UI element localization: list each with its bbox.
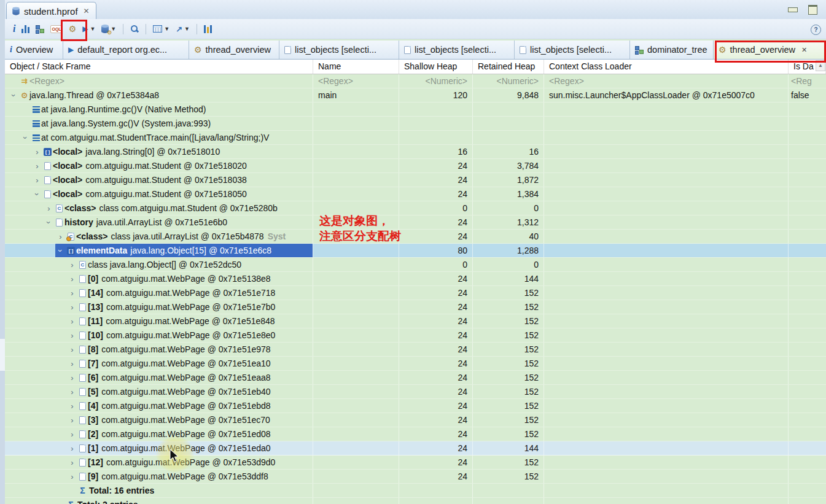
table-row[interactable]: ›[8]com.atguigu.mat.WebPage @ 0x71e51e97…	[5, 343, 826, 357]
scroll-up-arrow[interactable]: ▲	[816, 60, 825, 71]
is-daemon-cell	[789, 498, 826, 504]
heap-dump-actions-icon[interactable]: ⚙▼	[101, 22, 116, 36]
table-row[interactable]: ›[14]com.atguigu.mat.WebPage @ 0x71e51e7…	[5, 286, 826, 300]
table-row[interactable]: ›[10]com.atguigu.mat.WebPage @ 0x71e51e8…	[5, 328, 826, 343]
table-row[interactable]: ›<local>com.atguigu.mat.Student @ 0x71e5…	[5, 173, 826, 187]
table-row[interactable]: ›[]elementDatajava.lang.Object[15] @ 0x7…	[5, 244, 826, 258]
editor-tab-student-hprof[interactable]: student.hprof ✕	[6, 2, 96, 20]
histogram-icon[interactable]	[21, 22, 29, 36]
expander-icon[interactable]: ›	[67, 343, 77, 356]
column-header-name[interactable]: Name	[313, 60, 399, 74]
table-row[interactable]: ›[2]com.atguigu.mat.WebPage @ 0x71e51ed0…	[5, 427, 826, 441]
expander-icon[interactable]: ›	[67, 357, 77, 370]
table-row[interactable]: ›[7]com.atguigu.mat.WebPage @ 0x71e51ea1…	[5, 357, 826, 371]
table-row[interactable]: ›⚙java.lang.Thread @ 0x71e5384a8main1209…	[5, 88, 826, 103]
expander-icon[interactable]: ›	[67, 300, 77, 314]
tab-label: default_report org.ec...	[77, 45, 167, 55]
table-row[interactable]: ›[9]com.atguigu.mat.WebPage @ 0x71e53ddf…	[5, 470, 826, 484]
table-row[interactable]: ›at java.lang.Runtime.gc()V (Native Meth…	[5, 103, 826, 117]
expander-icon[interactable]: ›	[67, 413, 77, 427]
expander-icon[interactable]: ›	[67, 371, 77, 384]
table-row[interactable]: ›[4]com.atguigu.mat.WebPage @ 0x71e51ebd…	[5, 399, 826, 413]
table-row[interactable]: ›[3]com.atguigu.mat.WebPage @ 0x71e51ec7…	[5, 413, 826, 427]
dropdown-arrow-icon[interactable]: ▼	[90, 26, 95, 32]
expander-icon[interactable]: ›	[44, 201, 54, 215]
row-label-prefix: <local>	[53, 159, 82, 173]
expander-icon[interactable]: ›	[67, 441, 77, 455]
table-row[interactable]: ›[13]com.atguigu.mat.WebPage @ 0x71e51e7…	[5, 300, 826, 314]
row-label-prefix: <local>	[53, 145, 82, 158]
expander-icon[interactable]: ›	[67, 427, 77, 441]
table-row[interactable]: ›⇉<Regex><Regex><Numeric><Numeric><Regex…	[5, 74, 826, 88]
column-header-object-stack-frame[interactable]: Object / Stack Frame	[5, 60, 313, 74]
expander-icon[interactable]: ›	[67, 385, 77, 398]
calculator-icon[interactable]: ▼	[153, 22, 169, 36]
table-row[interactable]: ›at java.lang.System.gc()V (System.java:…	[5, 117, 826, 131]
shallow-heap-cell: 0	[399, 201, 473, 215]
row-label-prefix: [13]	[88, 300, 103, 314]
expander-icon[interactable]: ›	[7, 90, 21, 101]
column-header-retained-heap[interactable]: Retained Heap	[473, 60, 544, 74]
object-cell: ›at com.atguigu.mat.StudentTrace.main([L…	[5, 131, 313, 144]
minimize-view-button[interactable]	[788, 7, 798, 12]
expander-icon[interactable]: ›	[67, 258, 77, 271]
dropdown-arrow-icon[interactable]: ▼	[184, 26, 190, 32]
expander-icon[interactable]: ›	[67, 272, 77, 285]
expander-icon[interactable]: ›	[67, 314, 77, 328]
table-row[interactable]: ›[12]com.atguigu.mat.WebPage @ 0x71e53d9…	[5, 456, 826, 470]
column-header-context-class-loader[interactable]: Context Class Loader	[544, 60, 789, 74]
table-row[interactable]: ›<class>class java.util.ArrayList @ 0x71…	[5, 230, 826, 244]
expander-icon[interactable]: ›	[67, 286, 77, 300]
tab-thread_overview[interactable]: ⚙thread_overview✕	[714, 41, 826, 59]
expander-icon[interactable]: ›	[55, 230, 66, 243]
expander-icon[interactable]: ›	[42, 217, 56, 228]
thread-stacks-icon[interactable]	[204, 22, 212, 36]
tab-list_objectsselecti[interactable]: list_objects [selecti...	[399, 41, 515, 59]
info-icon[interactable]: i	[13, 22, 15, 36]
table-row[interactable]: ›at com.atguigu.mat.StudentTrace.main([L…	[5, 131, 826, 145]
close-icon[interactable]: ✕	[84, 7, 90, 15]
table-row[interactable]: ›[6]com.atguigu.mat.WebPage @ 0x71e51eaa…	[5, 371, 826, 385]
name-cell	[313, 371, 399, 384]
expander-icon[interactable]: ›	[32, 145, 42, 158]
tab-list_objectsselecti[interactable]: list_objects [selecti...	[279, 41, 399, 59]
table-row[interactable]: ›class java.lang.Object[] @ 0x71e52dc500…	[5, 258, 826, 272]
expander-icon[interactable]: ›	[67, 470, 77, 483]
oql-icon[interactable]: OQL	[50, 22, 62, 36]
is-daemon-cell	[789, 103, 826, 116]
dropdown-arrow-icon[interactable]: ▼	[164, 26, 169, 32]
expander-icon[interactable]: ›	[67, 399, 77, 413]
table-row[interactable]: ›ΣTotal: 16 entries	[5, 484, 826, 498]
table-row[interactable]: ›<local>com.atguigu.mat.Student @ 0x71e5…	[5, 187, 826, 201]
table-row[interactable]: ›[]<local>java.lang.String[0] @ 0x71e518…	[5, 145, 826, 159]
table-row[interactable]: ›[5]com.atguigu.mat.WebPage @ 0x71e51eb4…	[5, 385, 826, 399]
gear-icon[interactable]: ⚙	[69, 22, 77, 36]
table-row[interactable]: ›[1]com.atguigu.mat.WebPage @ 0x71e51eda…	[5, 441, 826, 456]
expander-icon[interactable]: ›	[53, 246, 68, 256]
tab-dominator_tree[interactable]: dominator_tree	[630, 41, 714, 59]
search-icon[interactable]	[130, 22, 139, 36]
expander-icon[interactable]: ›	[67, 328, 77, 342]
expander-icon[interactable]: ›	[30, 189, 44, 200]
export-icon[interactable]: ↗▼	[176, 22, 190, 36]
tab-list_objectsselecti[interactable]: list_objects [selecti...	[515, 41, 630, 59]
table-row[interactable]: ›ΣTotal: 2 entries	[5, 498, 826, 504]
table-row[interactable]: ›<local>com.atguigu.mat.Student @ 0x71e5…	[5, 159, 826, 173]
expander-icon[interactable]: ›	[18, 133, 33, 143]
table-row[interactable]: ›historyjava.util.ArrayList @ 0x71e51e6b…	[5, 215, 826, 230]
maximize-view-button[interactable]	[808, 5, 817, 15]
tab-thread_overview[interactable]: ⚙thread_overview	[189, 41, 279, 59]
tab-default_reportorgec[interactable]: ▶default_report org.ec...	[63, 41, 189, 59]
tab-overview[interactable]: iOverview	[5, 41, 63, 59]
table-row[interactable]: ›[11]com.atguigu.mat.WebPage @ 0x71e51e8…	[5, 314, 826, 328]
table-row[interactable]: ›<class>class com.atguigu.mat.Student @ …	[5, 201, 826, 215]
run-report-icon[interactable]: ▶▼	[82, 22, 95, 36]
close-icon[interactable]: ✕	[801, 46, 807, 54]
class-hierarchy-icon[interactable]	[36, 22, 44, 36]
help-icon[interactable]: ?	[811, 25, 821, 35]
expander-icon[interactable]: ›	[32, 173, 42, 187]
expander-icon[interactable]: ›	[67, 456, 77, 469]
table-row[interactable]: ›[0]com.atguigu.mat.WebPage @ 0x71e5138e…	[5, 272, 826, 286]
expander-icon[interactable]: ›	[32, 159, 42, 173]
column-header-shallow-heap[interactable]: Shallow Heap	[399, 60, 473, 74]
